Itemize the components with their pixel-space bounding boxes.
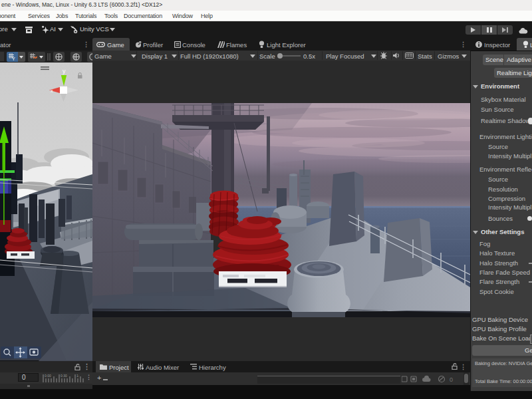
- svg-text:x: x: [51, 88, 53, 94]
- svg-text:Y: Y: [12, 57, 15, 61]
- svg-text:0: 0: [450, 376, 453, 383]
- svg-text:1:: 1:: [76, 374, 79, 378]
- svg-text:0:30: 0:30: [61, 374, 67, 378]
- svg-text:0:00: 0:00: [45, 374, 51, 378]
- svg-text:y: y: [63, 68, 66, 74]
